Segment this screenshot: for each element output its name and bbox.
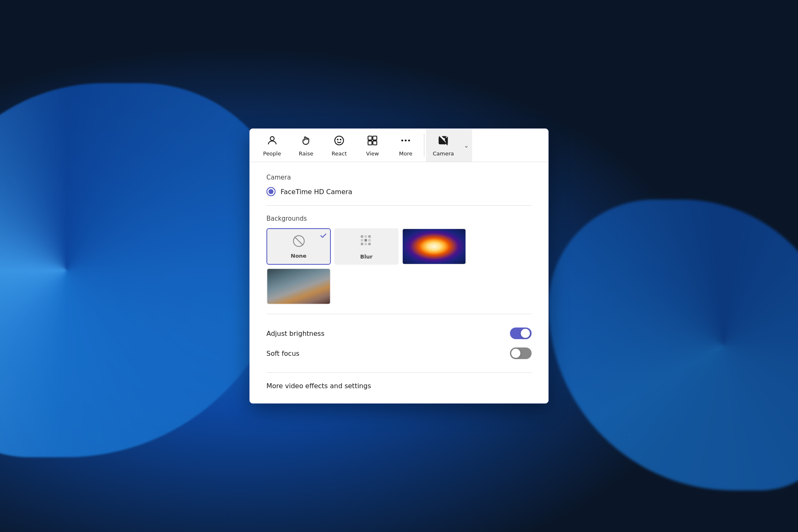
settings-panel: People Raise React bbox=[249, 128, 549, 404]
camera-option[interactable]: FaceTime HD Camera bbox=[266, 187, 532, 196]
background-space1[interactable] bbox=[402, 228, 466, 265]
brightness-setting-row: Adjust brightness bbox=[266, 323, 532, 343]
svg-point-3 bbox=[340, 139, 341, 140]
hand-icon bbox=[300, 135, 312, 148]
softfocus-toggle-knob bbox=[511, 349, 520, 358]
blur-icon bbox=[359, 234, 374, 251]
toolbar-item-view[interactable]: View bbox=[356, 129, 389, 162]
background-none[interactable]: None bbox=[266, 228, 331, 265]
none-icon bbox=[292, 234, 305, 250]
react-label: React bbox=[332, 150, 347, 157]
svg-point-10 bbox=[408, 140, 410, 142]
svg-rect-4 bbox=[368, 136, 372, 140]
svg-rect-20 bbox=[365, 243, 367, 245]
camera-label: Camera bbox=[433, 150, 454, 157]
background-space1-thumbnail bbox=[403, 229, 466, 264]
toolbar-item-react[interactable]: React bbox=[323, 129, 356, 162]
svg-rect-18 bbox=[368, 239, 371, 241]
toolbar-item-people[interactable]: People bbox=[255, 129, 289, 162]
background-none-label: None bbox=[291, 253, 307, 259]
brightness-toggle[interactable] bbox=[510, 328, 532, 339]
background-space2-thumbnail bbox=[267, 269, 330, 304]
svg-point-2 bbox=[337, 139, 338, 140]
divider-1 bbox=[266, 205, 532, 206]
none-check-icon bbox=[320, 232, 327, 241]
softfocus-toggle[interactable] bbox=[510, 347, 532, 359]
camera-off-icon bbox=[438, 135, 449, 148]
camera-radio-button[interactable] bbox=[266, 187, 276, 196]
toolbar: People Raise React bbox=[250, 129, 548, 162]
view-label: View bbox=[366, 150, 379, 157]
toolbar-item-raise[interactable]: Raise bbox=[289, 129, 323, 162]
camera-name: FaceTime HD Camera bbox=[281, 188, 352, 196]
backgrounds-grid: None Blur bbox=[266, 228, 532, 305]
softfocus-setting-row: Soft focus bbox=[266, 343, 532, 363]
panel-content: Camera FaceTime HD Camera Backgrounds bbox=[250, 162, 548, 403]
background-blur-label: Blur bbox=[360, 254, 372, 260]
toolbar-divider bbox=[424, 134, 424, 157]
svg-line-12 bbox=[295, 237, 303, 245]
softfocus-label: Soft focus bbox=[266, 350, 299, 357]
svg-rect-17 bbox=[365, 239, 367, 241]
dots-icon bbox=[400, 135, 411, 148]
backgrounds-section-label: Backgrounds bbox=[266, 215, 532, 222]
svg-rect-7 bbox=[373, 141, 377, 145]
background-space2[interactable] bbox=[266, 268, 331, 305]
emoji-icon bbox=[333, 135, 345, 148]
divider-3 bbox=[266, 372, 532, 373]
person-icon bbox=[266, 135, 278, 148]
camera-section: Camera ⌄ bbox=[426, 129, 472, 162]
more-label: More bbox=[399, 150, 412, 157]
svg-point-8 bbox=[401, 140, 404, 142]
svg-point-9 bbox=[405, 140, 407, 142]
toolbar-item-more[interactable]: More bbox=[389, 129, 422, 162]
toolbar-camera-button[interactable]: Camera bbox=[426, 129, 461, 162]
grid-icon bbox=[367, 135, 378, 148]
raise-label: Raise bbox=[299, 150, 313, 157]
people-label: People bbox=[263, 150, 281, 157]
toolbar-chevron-button[interactable]: ⌄ bbox=[461, 129, 472, 162]
svg-rect-13 bbox=[361, 235, 363, 238]
svg-rect-6 bbox=[368, 141, 372, 145]
more-effects-link[interactable]: More video effects and settings bbox=[266, 382, 532, 390]
divider-2 bbox=[266, 314, 532, 314]
brightness-toggle-knob bbox=[521, 329, 530, 338]
svg-point-0 bbox=[270, 137, 274, 140]
svg-point-1 bbox=[335, 136, 344, 145]
brightness-label: Adjust brightness bbox=[266, 330, 325, 337]
svg-rect-16 bbox=[361, 239, 363, 241]
svg-rect-21 bbox=[368, 243, 371, 245]
svg-rect-19 bbox=[361, 243, 363, 245]
chevron-down-icon: ⌄ bbox=[464, 142, 469, 149]
camera-section-label: Camera bbox=[266, 174, 532, 181]
svg-rect-14 bbox=[365, 235, 367, 238]
svg-rect-5 bbox=[373, 136, 377, 140]
background-blur[interactable]: Blur bbox=[334, 228, 399, 265]
svg-rect-15 bbox=[368, 235, 371, 238]
